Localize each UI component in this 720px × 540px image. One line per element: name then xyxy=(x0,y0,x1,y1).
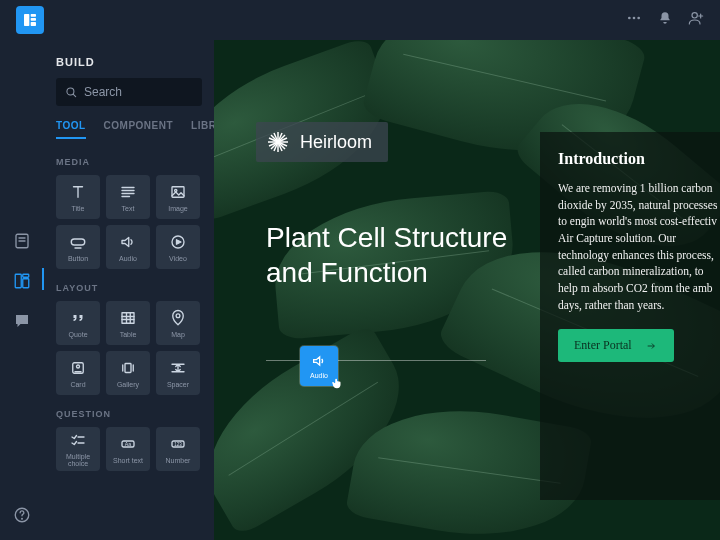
tool-title[interactable]: Title xyxy=(56,175,100,219)
tool-quote[interactable]: Quote xyxy=(56,301,100,345)
section-media-label: MEDIA xyxy=(56,157,202,167)
cta-label: Enter Portal xyxy=(574,338,632,353)
enter-portal-button[interactable]: Enter Portal xyxy=(558,329,674,362)
gallery-icon xyxy=(119,359,137,377)
tab-tool[interactable]: TOOL xyxy=(56,120,86,139)
number-icon: 123 xyxy=(169,435,187,453)
svg-point-5 xyxy=(633,17,636,20)
short-text-icon: Aa xyxy=(119,435,137,453)
svg-rect-11 xyxy=(23,279,29,288)
brand-name: Heirloom xyxy=(300,132,372,153)
overlay-panel: Introduction We are removing 1 billion c… xyxy=(540,132,720,500)
tool-video[interactable]: Video xyxy=(156,225,200,269)
left-rail xyxy=(0,40,44,540)
svg-rect-1 xyxy=(31,14,36,17)
grab-cursor-icon xyxy=(330,376,344,394)
overlay-title: Introduction xyxy=(558,150,720,168)
tool-multiple-choice[interactable]: Multiple choice xyxy=(56,427,100,471)
card-icon xyxy=(69,359,87,377)
app-root: BUILD Search TOOL COMPONENT LIBRARY MEDI… xyxy=(0,0,720,540)
canvas[interactable]: Heirloom Plant Cell Structure and Functi… xyxy=(214,40,720,540)
headline-divider xyxy=(266,360,486,361)
svg-rect-9 xyxy=(15,274,21,288)
svg-point-22 xyxy=(77,365,80,368)
rail-pages[interactable] xyxy=(11,230,33,252)
svg-point-6 xyxy=(637,17,640,20)
search-placeholder: Search xyxy=(84,85,122,99)
svg-point-7 xyxy=(692,13,697,18)
svg-rect-19 xyxy=(122,312,134,323)
tool-audio[interactable]: Audio xyxy=(106,225,150,269)
svg-point-4 xyxy=(628,17,631,20)
tool-card[interactable]: Card xyxy=(56,351,100,395)
svg-point-16 xyxy=(175,189,177,191)
tool-short-text[interactable]: Aa Short text xyxy=(106,427,150,471)
svg-rect-3 xyxy=(31,22,36,26)
svg-rect-15 xyxy=(172,186,184,197)
tab-component[interactable]: COMPONENT xyxy=(104,120,174,139)
canvas-headline[interactable]: Plant Cell Structure and Function xyxy=(266,220,526,290)
tool-image[interactable]: Image xyxy=(156,175,200,219)
sidebar-title: BUILD xyxy=(56,56,202,68)
more-icon[interactable] xyxy=(626,10,642,30)
title-icon xyxy=(69,183,87,201)
rail-help[interactable] xyxy=(11,504,33,526)
brand-chip[interactable]: Heirloom xyxy=(256,122,388,162)
tab-library[interactable]: LIBRARY xyxy=(191,120,214,139)
video-icon xyxy=(169,233,187,251)
svg-point-20 xyxy=(176,313,180,317)
rail-active-indicator xyxy=(42,268,44,290)
tool-text[interactable]: Text xyxy=(106,175,150,219)
section-question-label: QUESTION xyxy=(56,409,202,419)
image-icon xyxy=(169,183,187,201)
svg-rect-0 xyxy=(24,14,29,26)
tool-number[interactable]: 123 Number xyxy=(156,427,200,471)
multiple-choice-icon xyxy=(69,431,87,449)
rail-layers[interactable] xyxy=(11,270,33,292)
svg-rect-10 xyxy=(23,274,29,277)
tool-table[interactable]: Table xyxy=(106,301,150,345)
quote-icon xyxy=(69,309,87,327)
sidebar: BUILD Search TOOL COMPONENT LIBRARY MEDI… xyxy=(44,40,214,540)
svg-point-14 xyxy=(67,88,74,95)
svg-rect-2 xyxy=(31,18,36,21)
svg-rect-17 xyxy=(71,239,85,245)
tool-spacer[interactable]: Spacer xyxy=(156,351,200,395)
overlay-body: We are removing 1 billion carbon dioxide… xyxy=(558,180,720,313)
audio-icon xyxy=(311,353,327,369)
spacer-icon xyxy=(169,359,187,377)
brand-logo-icon xyxy=(266,130,290,154)
add-user-icon[interactable] xyxy=(688,10,704,30)
rail-comments[interactable] xyxy=(11,310,33,332)
section-layout-label: LAYOUT xyxy=(56,283,202,293)
search-icon xyxy=(64,85,78,99)
audio-icon xyxy=(119,233,137,251)
notifications-icon[interactable] xyxy=(658,11,672,29)
tool-map[interactable]: Map xyxy=(156,301,200,345)
svg-text:Aa: Aa xyxy=(125,441,132,447)
sidebar-tabs: TOOL COMPONENT LIBRARY xyxy=(56,120,202,139)
app-logo[interactable] xyxy=(16,6,44,34)
text-icon xyxy=(119,183,137,201)
map-icon xyxy=(169,309,187,327)
search-input[interactable]: Search xyxy=(56,78,202,106)
svg-point-13 xyxy=(22,518,23,519)
button-icon xyxy=(69,233,87,251)
svg-text:123: 123 xyxy=(174,442,182,447)
table-icon xyxy=(119,309,137,327)
svg-rect-23 xyxy=(125,363,131,372)
tool-gallery[interactable]: Gallery xyxy=(106,351,150,395)
arrow-right-icon xyxy=(644,341,658,351)
topbar xyxy=(0,0,720,40)
tool-button[interactable]: Button xyxy=(56,225,100,269)
